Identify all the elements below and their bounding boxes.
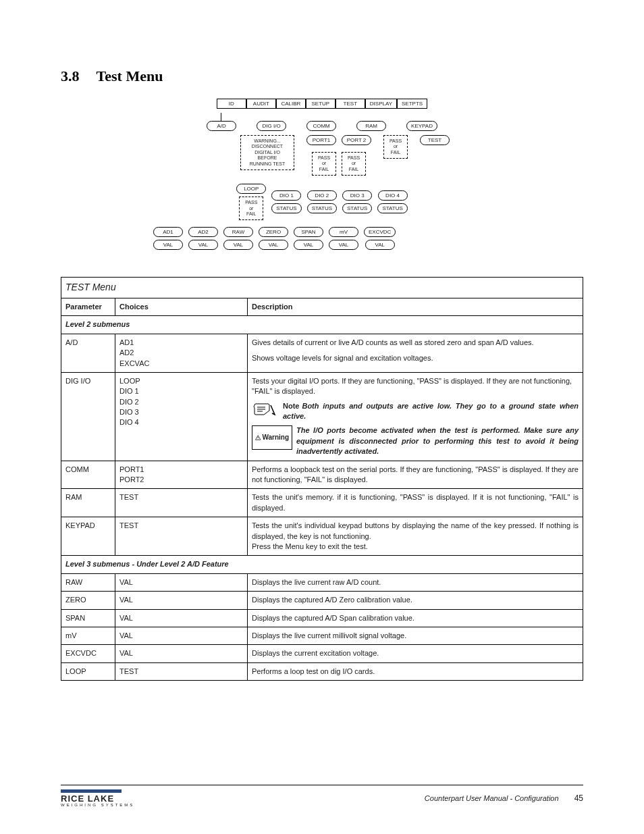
menu-setpts: SETPTS (397, 99, 427, 109)
menu-test: TEST (336, 99, 365, 109)
node-excvdc-val: VAL (365, 240, 395, 250)
node-span: SPAN (294, 227, 323, 237)
node-excvdc: EXCVDC (364, 227, 396, 237)
table-row: LOOP TEST Performs a loop test on dig I/… (61, 662, 583, 680)
node-dio2: DIO 2 (307, 190, 337, 201)
node-dio1: DIO 1 (271, 190, 301, 201)
menu-audit: AUDIT (246, 99, 276, 109)
section-number: 3.8 (61, 68, 80, 84)
cell-desc: Tests the unit's individual keypad butto… (248, 517, 583, 556)
cell-param: RAM (61, 489, 115, 517)
section-heading: 3.8 Test Menu (61, 68, 583, 85)
digio-warning-box: WARNING... DISCONNECT DIGITAL I/O BEFORE… (240, 135, 294, 170)
desc-text: Tests your digital I/O ports. If they ar… (252, 376, 579, 397)
node-ad1: AD1 (153, 227, 183, 237)
node-loop: LOOP (236, 184, 266, 194)
cell-choices: AD1 AD2 EXCVAC (115, 334, 248, 372)
cell-desc: Displays the live current raw A/D count. (248, 573, 583, 591)
cell-choices: TEST (115, 517, 248, 556)
section-title: Test Menu (97, 68, 163, 84)
level2-header: Level 2 submenus (61, 316, 583, 334)
warning-icon: Warning (252, 425, 292, 450)
svg-point-5 (258, 439, 259, 440)
cell-desc: Tests the unit's memory. if it is functi… (248, 489, 583, 517)
cell-choices: VAL (115, 609, 248, 627)
node-dio4: DIO 4 (378, 190, 408, 201)
loop-result: PASS or FAIL (239, 197, 263, 220)
menu-id: ID (217, 99, 246, 109)
port2-result: PASS or FAIL (342, 152, 366, 176)
cell-choices: VAL (115, 627, 248, 644)
table-row: ZERO VAL Displays the captured A/D Zero … (61, 592, 583, 609)
table-title: TEST Menu (61, 278, 583, 298)
ram-result: PASS or FAIL (383, 135, 408, 159)
cell-desc: Tests your digital I/O ports. If they ar… (248, 372, 583, 461)
table-row: DIG I/O LOOP DIO 1 DIO 2 DIO 3 DIO 4 Tes… (61, 372, 583, 461)
logo-sub: WEIGHING SYSTEMS (61, 803, 134, 807)
cell-desc: Displays the current excitation voltage. (248, 645, 583, 662)
port1-result: PASS or FAIL (312, 152, 336, 176)
node-ad2-val: VAL (188, 240, 218, 250)
note-callout: NoteBoth inputs and outputs are active l… (252, 401, 579, 422)
cell-desc: Displays the live current millivolt sign… (248, 627, 583, 644)
cell-choices: LOOP DIO 1 DIO 2 DIO 3 DIO 4 (115, 372, 248, 461)
menu-setup: SETUP (306, 99, 336, 109)
note-label: Note (283, 402, 299, 410)
page-number: 45 (574, 793, 583, 803)
cell-choices: TEST (115, 662, 248, 680)
menu-tree-diagram: ID AUDIT CALIBR SETUP TEST DISPLAY SETPT… (146, 99, 498, 250)
node-dio2-status: STATUS (307, 203, 337, 213)
table-row: A/D AD1 AD2 EXCVAC Gives details of curr… (61, 334, 583, 372)
table-row: COMM PORT1 PORT2 Performs a loopback tes… (61, 461, 583, 489)
node-port2: PORT 2 (342, 135, 371, 145)
th-parameter: Parameter (61, 298, 115, 315)
warning-callout: Warning The I/O ports become activated w… (252, 425, 579, 457)
node-comm: COMM (306, 121, 336, 131)
cell-param: ZERO (61, 592, 115, 609)
desc-text: Gives details of current or live A/D cou… (252, 338, 579, 348)
footer-logo: RICE LAKE WEIGHING SYSTEMS (61, 789, 134, 807)
node-dio4-status: STATUS (377, 203, 407, 213)
desc-text: Shows voltage levels for signal and exci… (252, 353, 579, 363)
cell-param: COMM (61, 461, 115, 489)
node-ad: A/D (207, 121, 236, 131)
warning-text: The I/O ports become activated when the … (296, 425, 579, 457)
node-keypad-test: TEST (420, 135, 450, 145)
node-ad1-val: VAL (153, 240, 183, 250)
level3-header: Level 3 submenus - Under Level 2 A/D Fea… (61, 556, 583, 573)
cell-param: DIG I/O (61, 372, 115, 461)
cell-param: SPAN (61, 609, 115, 627)
menu-display: DISPLAY (365, 99, 397, 109)
cell-choices: VAL (115, 645, 248, 662)
node-ad2: AD2 (188, 227, 218, 237)
cell-param: RAW (61, 573, 115, 591)
cell-desc: Performs a loop test on dig I/O cards. (248, 662, 583, 680)
footer-title: Counterpart User Manual - Configuration (425, 794, 559, 802)
node-dio1-status: STATUS (271, 203, 301, 213)
table-row: KEYPAD TEST Tests the unit's individual … (61, 517, 583, 556)
cell-choices: PORT1 PORT2 (115, 461, 248, 489)
table-row: EXCVDC VAL Displays the current excitati… (61, 645, 583, 662)
node-dio3: DIO 3 (342, 190, 372, 201)
node-port1: PORT1 (306, 135, 336, 145)
node-dio3-status: STATUS (342, 203, 372, 213)
table-row: RAM TEST Tests the unit's memory. if it … (61, 489, 583, 517)
node-keypad: KEYPAD (406, 121, 437, 131)
table-row: RAW VAL Displays the live current raw A/… (61, 573, 583, 591)
page-footer: RICE LAKE WEIGHING SYSTEMS Counterpart U… (61, 785, 583, 807)
note-text: Both inputs and outputs are active low. … (283, 402, 579, 420)
note-icon (252, 401, 279, 417)
footer-right: Counterpart User Manual - Configuration … (425, 793, 583, 803)
node-raw-val: VAL (223, 240, 253, 250)
warning-label: Warning (262, 433, 289, 442)
node-raw: RAW (223, 227, 253, 237)
note-body: NoteBoth inputs and outputs are active l… (283, 401, 579, 422)
cell-choices: TEST (115, 489, 248, 517)
cell-desc: Performs a loopback test on the serial p… (248, 461, 583, 489)
cell-desc: Displays the captured A/D Zero calibrati… (248, 592, 583, 609)
cell-param: EXCVDC (61, 645, 115, 662)
cell-param: mV (61, 627, 115, 644)
th-description: Description (248, 298, 583, 315)
th-choices: Choices (115, 298, 248, 315)
node-span-val: VAL (294, 240, 323, 250)
